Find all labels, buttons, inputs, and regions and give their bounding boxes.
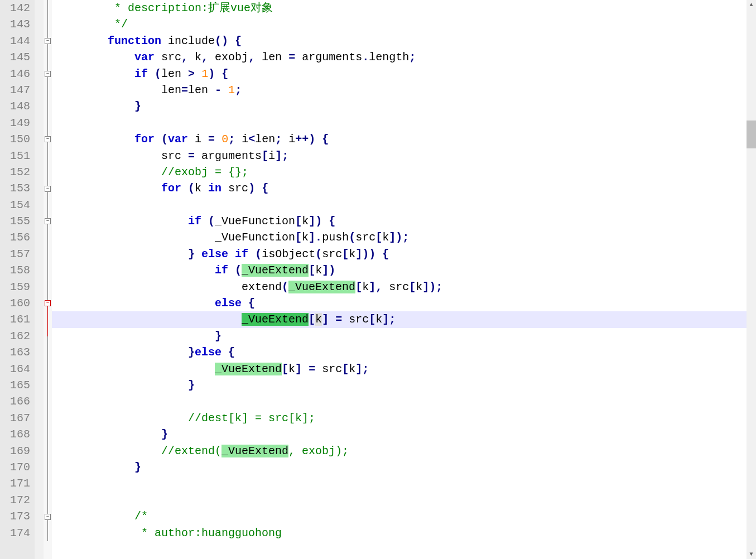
- line-number: 167: [3, 410, 30, 426]
- code-line[interactable]: function include() {: [52, 33, 747, 49]
- code-line[interactable]: if (_VueFunction[k]) {: [52, 213, 747, 229]
- line-number: 143: [3, 16, 30, 32]
- code-line[interactable]: } else if (isObject(src[k])) {: [52, 246, 747, 262]
- line-number: 166: [3, 393, 30, 409]
- line-number: 170: [3, 459, 30, 475]
- fold-toggle[interactable]: −: [45, 300, 51, 306]
- code-line[interactable]: else {: [52, 295, 747, 311]
- search-highlight: _VueExtend: [221, 445, 288, 457]
- line-number: 156: [3, 229, 30, 245]
- code-line[interactable]: //dest[k] = src[k];: [52, 410, 747, 426]
- scroll-down-button[interactable]: ▼: [747, 550, 756, 559]
- line-number: 158: [3, 262, 30, 278]
- code-line[interactable]: //extend(_VueExtend, exobj);: [52, 443, 747, 459]
- line-number: 173: [3, 508, 30, 524]
- line-number: 147: [3, 82, 30, 98]
- code-line[interactable]: [52, 197, 747, 213]
- line-number: 155: [3, 213, 30, 229]
- line-number: 171: [3, 475, 30, 491]
- marker-column: [35, 0, 44, 559]
- line-number: 152: [3, 164, 30, 180]
- line-number: 172: [3, 492, 30, 508]
- line-number: 165: [3, 377, 30, 393]
- search-highlight: _VueExtend: [242, 264, 309, 277]
- fold-toggle[interactable]: −: [45, 218, 51, 224]
- code-editor: 1421431441451461471481491501511521531541…: [0, 0, 756, 559]
- line-number: 154: [3, 197, 30, 213]
- code-line[interactable]: //exobj = {};: [52, 164, 747, 180]
- line-number: 148: [3, 98, 30, 114]
- line-number: 145: [3, 49, 30, 65]
- code-line[interactable]: }: [52, 459, 747, 475]
- line-number: 146: [3, 66, 30, 82]
- code-line[interactable]: [52, 475, 747, 491]
- code-line[interactable]: len=len - 1;: [52, 82, 747, 98]
- code-line[interactable]: }else {: [52, 344, 747, 360]
- fold-toggle[interactable]: −: [45, 136, 51, 142]
- code-line[interactable]: var src, k, exobj, len = arguments.lengt…: [52, 49, 747, 65]
- fold-column[interactable]: −−−−−−−: [44, 0, 52, 559]
- line-number: 160: [3, 295, 30, 311]
- code-line[interactable]: if (_VueExtend[k]): [52, 262, 747, 278]
- scroll-thumb[interactable]: [747, 121, 756, 148]
- code-line[interactable]: _VueExtend[k] = src[k];: [52, 361, 747, 377]
- code-line[interactable]: }: [52, 328, 747, 344]
- code-line[interactable]: _VueFunction[k].push(src[k]);: [52, 229, 747, 245]
- fold-toggle[interactable]: −: [45, 38, 51, 44]
- line-number: 142: [3, 0, 30, 16]
- line-number: 157: [3, 246, 30, 262]
- line-number: 159: [3, 279, 30, 295]
- line-number: 144: [3, 33, 30, 49]
- code-line[interactable]: }: [52, 98, 747, 114]
- code-line[interactable]: for (var i = 0; i<len; i++) {: [52, 131, 747, 147]
- line-number: 169: [3, 443, 30, 459]
- line-number: 162: [3, 328, 30, 344]
- line-number: 164: [3, 361, 30, 377]
- gutter: 1421431441451461471481491501511521531541…: [0, 0, 52, 559]
- search-highlight: _VueExtend: [215, 363, 282, 375]
- line-number: 153: [3, 180, 30, 196]
- search-highlight: _VueExtend: [242, 313, 309, 326]
- code-line[interactable]: }: [52, 377, 747, 393]
- code-area[interactable]: * description:扩展vue对象 */ function includ…: [52, 0, 747, 559]
- fold-toggle[interactable]: −: [45, 186, 51, 192]
- code-line[interactable]: * author:huangguohong: [52, 525, 747, 541]
- code-line[interactable]: extend(_VueExtend[k], src[k]);: [52, 279, 747, 295]
- code-line[interactable]: }: [52, 426, 747, 442]
- code-line[interactable]: [52, 393, 747, 409]
- code-line[interactable]: _VueExtend[k] = src[k];: [52, 311, 747, 327]
- line-number: 168: [3, 426, 30, 442]
- code-line[interactable]: * description:扩展vue对象: [52, 0, 747, 16]
- line-number: 174: [3, 525, 30, 541]
- fold-toggle[interactable]: −: [45, 514, 51, 520]
- code-line[interactable]: /*: [52, 508, 747, 524]
- fold-toggle[interactable]: −: [45, 71, 51, 77]
- line-number: 151: [3, 148, 30, 164]
- line-number: 149: [3, 115, 30, 131]
- line-number: 161: [3, 311, 30, 327]
- code-line[interactable]: */: [52, 16, 747, 32]
- vertical-scrollbar[interactable]: ▲ ▼: [747, 0, 756, 559]
- code-line[interactable]: if (len > 1) {: [52, 66, 747, 82]
- line-number: 163: [3, 344, 30, 360]
- scroll-up-button[interactable]: ▲: [747, 0, 756, 9]
- code-line[interactable]: for (k in src) {: [52, 180, 747, 196]
- code-line[interactable]: [52, 492, 747, 508]
- code-line[interactable]: [52, 115, 747, 131]
- search-highlight: _VueExtend: [288, 281, 355, 293]
- line-number: 150: [3, 131, 30, 147]
- line-number-column: 1421431441451461471481491501511521531541…: [0, 0, 35, 559]
- code-line[interactable]: src = arguments[i];: [52, 148, 747, 164]
